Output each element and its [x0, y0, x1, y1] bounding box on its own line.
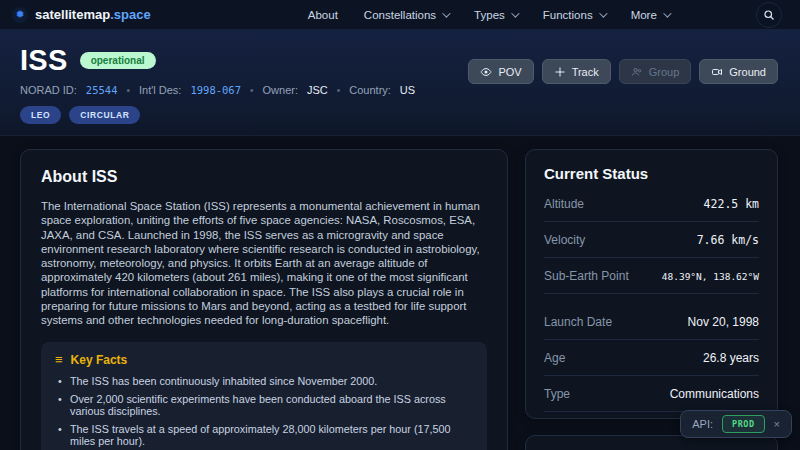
api-label: API: — [692, 418, 713, 430]
status-row-sub-earth-point: Sub-Earth Point 48.39°N, 138.62°W — [544, 258, 759, 294]
key-facts-title: Key Facts — [71, 353, 128, 367]
header-actions: POV Track Group Ground — [468, 59, 778, 135]
nav-item-about[interactable]: About — [308, 9, 338, 21]
about-title: About ISS — [41, 168, 487, 186]
separator-dot: • — [126, 85, 130, 96]
key-facts-box: ≡ Key Facts The ISS has been continuousl… — [41, 342, 487, 450]
brand-logo[interactable]: ✹ satellitemap.space — [12, 7, 151, 23]
key-fact-item: The ISS travels at a speed of approximat… — [55, 423, 473, 447]
current-status-title: Current Status — [544, 165, 759, 182]
nav-item-more[interactable]: More — [631, 9, 669, 21]
crosshair-icon — [554, 66, 566, 78]
orbit-tags: LEO CIRCULAR — [20, 106, 415, 124]
nav-item-constellations[interactable]: Constellations — [364, 9, 448, 21]
api-status-toast: API: PROD × — [680, 410, 792, 438]
status-row-type: Type Communications — [544, 376, 759, 412]
status-row-age: Age 26.8 years — [544, 340, 759, 376]
group-button[interactable]: Group — [619, 59, 692, 84]
key-facts-list: The ISS has been continuously inhabited … — [55, 375, 473, 447]
track-button[interactable]: Track — [542, 59, 611, 84]
status-badge: operational — [80, 52, 156, 69]
owner-value: JSC — [307, 84, 328, 96]
brand-name: satellitemap.space — [35, 7, 151, 22]
chevron-down-icon — [599, 9, 607, 17]
header-left: ISS operational NORAD ID: 25544 • Int'l … — [20, 44, 415, 135]
about-paragraph: The International Space Station (ISS) re… — [41, 199, 487, 328]
satellite-header: ISS operational NORAD ID: 25544 • Int'l … — [0, 30, 800, 136]
satellite-meta: NORAD ID: 25544 • Int'l Des: 1998-067 • … — [20, 84, 415, 96]
separator-dot: • — [337, 85, 341, 96]
close-icon[interactable]: × — [774, 418, 780, 430]
search-icon — [763, 9, 775, 21]
main-content: About ISS The International Space Statio… — [0, 136, 800, 450]
tag-leo: LEO — [20, 106, 61, 124]
satellite-logo-icon: ✹ — [12, 7, 28, 23]
separator-dot: • — [250, 85, 254, 96]
nav-item-functions[interactable]: Functions — [543, 9, 605, 21]
chevron-down-icon — [663, 9, 671, 17]
chevron-down-icon — [511, 9, 519, 17]
intl-des-link[interactable]: 1998-067 — [190, 84, 241, 96]
key-fact-item: Over 2,000 scientific experiments have b… — [55, 393, 473, 417]
group-icon — [631, 66, 643, 78]
owner-label: Owner: — [263, 84, 298, 96]
intl-des-label: Int'l Des: — [139, 84, 181, 96]
search-button[interactable] — [756, 2, 782, 28]
status-row-launch-date: Launch Date Nov 20, 1998 — [544, 304, 759, 340]
nav-links: About Constellations Types Functions Mor… — [238, 9, 669, 21]
norad-id-link[interactable]: 25544 — [86, 84, 118, 96]
eye-icon — [480, 66, 492, 78]
norad-label: NORAD ID: — [20, 84, 77, 96]
ground-button[interactable]: Ground — [699, 59, 778, 84]
current-status-card: Current Status Altitude 422.5 km Velocit… — [525, 149, 778, 419]
status-row-altitude: Altitude 422.5 km — [544, 186, 759, 222]
key-fact-item: The ISS has been continuously inhabited … — [55, 375, 473, 387]
right-column: Current Status Altitude 422.5 km Velocit… — [525, 149, 778, 450]
tag-circular: CIRCULAR — [69, 106, 140, 124]
chevron-down-icon — [442, 9, 450, 17]
top-navbar: ✹ satellitemap.space About Constellation… — [0, 0, 800, 30]
api-env-badge: PROD — [722, 415, 764, 433]
country-value: US — [400, 84, 415, 96]
pov-button[interactable]: POV — [468, 59, 533, 84]
about-card: About ISS The International Space Statio… — [20, 149, 508, 450]
nav-item-types[interactable]: Types — [474, 9, 517, 21]
status-row-velocity: Velocity 7.66 km/s — [544, 222, 759, 258]
list-icon: ≡ — [55, 353, 63, 366]
country-label: Country: — [349, 84, 391, 96]
page-title: ISS — [20, 44, 68, 77]
camera-icon — [711, 66, 723, 78]
